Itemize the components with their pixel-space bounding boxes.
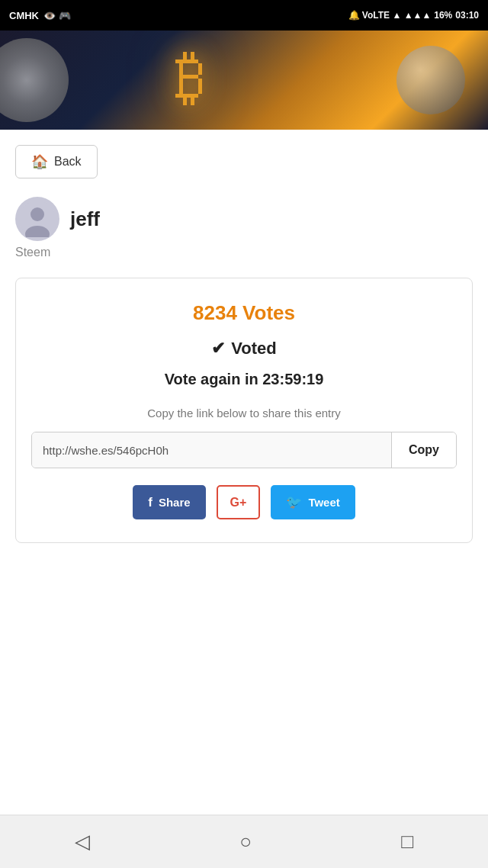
share-link-input[interactable]: [32, 432, 391, 468]
battery-label: 16%: [434, 10, 452, 21]
vote-again-label: Vote again in 23:59:19: [31, 371, 457, 388]
signal-icons: 🔔 VoLTE ▲ ▲▲▲: [348, 10, 432, 21]
link-copy-row: Copy: [31, 432, 457, 468]
voted-status: ✔ Voted: [31, 339, 457, 358]
back-button-label: Back: [54, 155, 82, 169]
nav-home-button[interactable]: ○: [217, 824, 274, 860]
hero-banner: [0, 31, 488, 130]
googleplus-share-button[interactable]: G+: [217, 485, 261, 519]
social-buttons: f Share G+ 🐦 Tweet: [31, 485, 457, 519]
avatar-icon: [19, 201, 56, 237]
back-button[interactable]: 🏠 Back: [15, 145, 98, 178]
check-icon: ✔: [211, 339, 225, 358]
nav-back-button[interactable]: ◁: [52, 824, 113, 860]
share-instruction: Copy the link below to share this entry: [31, 407, 457, 420]
nav-recents-button[interactable]: □: [378, 824, 436, 860]
time-label: 03:10: [455, 10, 479, 21]
home-icon: 🏠: [31, 153, 48, 170]
status-bar: CMHK 👁️ 🎮 🔔 VoLTE ▲ ▲▲▲ 16% 03:10: [0, 0, 488, 31]
carrier-label: CMHK: [9, 10, 39, 21]
nav-bar: ◁ ○ □: [0, 815, 488, 868]
username-label: jeff: [70, 207, 100, 231]
main-content: 🏠 Back jeff Steem 8234 Votes ✔ Voted Vot…: [0, 130, 488, 815]
voted-label: Voted: [231, 339, 276, 358]
copy-button[interactable]: Copy: [391, 432, 456, 468]
twitter-label: Tweet: [308, 496, 339, 509]
votes-count: 8234 Votes: [31, 301, 457, 325]
status-left: CMHK 👁️ 🎮: [9, 10, 71, 21]
facebook-label: Share: [159, 496, 191, 509]
googleplus-label: G+: [230, 496, 247, 510]
nav-back-icon: ◁: [75, 830, 90, 853]
twitter-icon: 🐦: [286, 494, 302, 510]
nav-home-icon: ○: [239, 830, 252, 853]
platform-label: Steem: [15, 246, 473, 259]
vote-card: 8234 Votes ✔ Voted Vote again in 23:59:1…: [15, 278, 473, 543]
user-profile: jeff: [15, 197, 473, 241]
avatar: [15, 197, 59, 241]
coin-decoration: [396, 46, 465, 114]
facebook-share-button[interactable]: f Share: [133, 485, 205, 519]
carrier-icons: 👁️ 🎮: [43, 10, 71, 21]
copy-button-label: Copy: [409, 443, 439, 456]
facebook-icon: f: [148, 495, 152, 510]
svg-point-1: [30, 207, 44, 221]
twitter-share-button[interactable]: 🐦 Tweet: [271, 485, 355, 519]
status-right: 🔔 VoLTE ▲ ▲▲▲ 16% 03:10: [348, 10, 479, 21]
nav-square-icon: □: [401, 830, 413, 853]
